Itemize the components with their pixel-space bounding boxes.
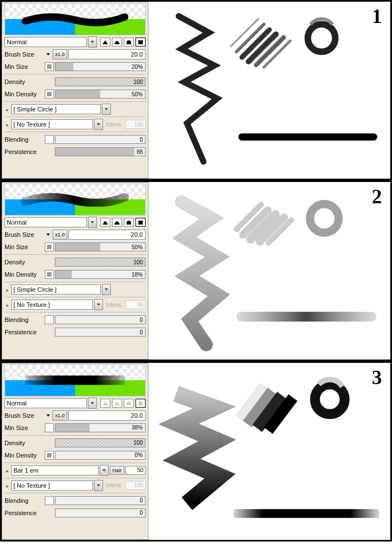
texture-select[interactable]: [ No Texture ] <box>11 119 93 129</box>
min-size-pressure-toggle[interactable] <box>45 62 54 71</box>
intensity-label: Intens. <box>104 302 124 308</box>
texture-expand-icon[interactable] <box>4 301 10 308</box>
tip-shape-soft[interactable] <box>112 218 122 227</box>
brush-tip-dropdown-icon[interactable] <box>102 284 111 295</box>
blending-label: Blending <box>4 316 44 323</box>
svg-marker-3 <box>102 221 108 225</box>
tip-shape-round[interactable] <box>124 399 134 408</box>
tip-shape-group <box>100 399 146 408</box>
texture-expand-icon[interactable] <box>4 482 10 489</box>
persistence-slider[interactable]: 0 <box>55 508 146 517</box>
min-size-slider[interactable]: 38% <box>55 423 146 432</box>
persistence-slider[interactable]: 0 <box>55 328 146 337</box>
tip-shape-flat[interactable] <box>136 38 146 46</box>
blend-mode-select[interactable]: Normal <box>4 217 87 227</box>
size-multiplier-button[interactable]: x1.0 <box>53 230 67 240</box>
triangle-icon[interactable] <box>46 53 50 55</box>
svg-point-5 <box>310 204 339 233</box>
brush-size-value[interactable]: 20.0 <box>68 49 146 59</box>
preset-number: 3 <box>372 366 382 389</box>
blend-mode-dropdown-icon[interactable] <box>88 217 97 228</box>
svg-marker-0 <box>102 40 108 44</box>
persistence-label: Persistence <box>4 148 44 155</box>
tip-shape-soft[interactable] <box>112 38 122 46</box>
texture-select[interactable]: [ No Texture ] <box>11 480 93 491</box>
preset-number: 1 <box>372 4 382 28</box>
min-density-pressure-toggle[interactable] <box>45 270 54 279</box>
tip-shape-flat[interactable] <box>136 218 146 227</box>
triangle-icon[interactable] <box>46 414 50 417</box>
brush-preset-section: Normal Brush Size x1.0 20.0 Min Size 50%… <box>0 180 392 361</box>
brush-tip-dropdown-icon[interactable] <box>100 465 109 476</box>
size-multiplier-button[interactable]: x1.0 <box>53 410 67 421</box>
min-size-slider[interactable]: 20% <box>55 62 146 71</box>
texture-dropdown-icon[interactable] <box>94 299 103 310</box>
blending-slider[interactable]: 0 <box>55 135 146 144</box>
blending-toggle[interactable] <box>45 496 54 505</box>
persistence-label: Persistence <box>4 329 44 335</box>
min-density-slider[interactable]: 0% <box>55 451 146 460</box>
brush-tip-dropdown-icon[interactable] <box>102 104 111 115</box>
min-density-pressure-toggle[interactable] <box>45 451 54 460</box>
tip-shape-sharp[interactable] <box>100 399 110 408</box>
tip-shape-group <box>100 218 146 227</box>
stroke-demo-area: 2 <box>148 182 390 359</box>
texture-dropdown-icon[interactable] <box>94 119 103 130</box>
blending-slider[interactable]: 0 <box>55 315 146 324</box>
tip-shape-round[interactable] <box>124 218 134 227</box>
brush-preset-section: Normal Brush Size x1.0 20.0 Min Size 20%… <box>0 0 392 180</box>
stroke-demo-area: 1 <box>148 2 390 179</box>
brush-tip-select[interactable]: Bar 1 em <box>11 465 99 475</box>
intensity-value: 100 <box>125 120 146 129</box>
min-size-label: Min Size <box>4 244 44 250</box>
tip-shape-group <box>100 38 146 46</box>
blend-mode-dropdown-icon[interactable] <box>88 36 97 48</box>
svg-rect-11 <box>234 509 379 518</box>
brush-settings-panel: Normal Brush Size x1.0 20.0 Min Size 20%… <box>2 2 148 179</box>
brush-size-value[interactable]: 20.0 <box>68 410 146 421</box>
min-density-label: Min Density <box>4 452 44 459</box>
density-slider[interactable]: 100 <box>55 258 146 267</box>
tip-shape-soft[interactable] <box>112 399 122 408</box>
min-density-slider[interactable]: 18% <box>55 270 146 279</box>
blending-toggle[interactable] <box>45 135 54 144</box>
tip-expand-icon[interactable] <box>4 467 10 474</box>
blend-mode-select[interactable]: Normal <box>4 37 87 47</box>
tip-shape-sharp[interactable] <box>100 218 110 227</box>
svg-rect-7 <box>25 375 124 385</box>
blending-slider[interactable]: 0 <box>55 496 146 505</box>
blend-mode-select[interactable]: Normal <box>4 398 87 408</box>
tip-expand-icon[interactable] <box>4 106 10 113</box>
svg-point-2 <box>308 24 335 52</box>
tip-shape-round[interactable] <box>124 38 134 46</box>
size-multiplier-button[interactable]: x1.0 <box>53 49 67 59</box>
texture-expand-icon[interactable] <box>4 121 10 128</box>
brush-settings-panel: Normal Brush Size x1.0 20.0 Min Size 38%… <box>2 363 148 540</box>
min-size-slider[interactable]: 50% <box>55 242 146 251</box>
brush-preview <box>4 365 146 396</box>
intensity-value: 95 <box>125 300 146 309</box>
min-density-pressure-toggle[interactable] <box>45 90 54 99</box>
brush-tip-select[interactable]: [ Simple Circle ] <box>11 284 101 295</box>
tip-expand-icon[interactable] <box>4 286 10 293</box>
min-density-slider[interactable]: 50% <box>55 90 146 99</box>
persistence-slider[interactable]: 88 <box>55 147 146 156</box>
triangle-icon[interactable] <box>46 234 50 236</box>
min-size-pressure-toggle[interactable] <box>45 423 54 432</box>
hair-value[interactable]: 50 <box>125 466 146 475</box>
min-size-pressure-toggle[interactable] <box>45 242 54 251</box>
tip-shape-sharp[interactable] <box>100 38 110 46</box>
density-slider[interactable]: 100 <box>55 438 146 447</box>
blend-mode-dropdown-icon[interactable] <box>88 398 97 409</box>
texture-select[interactable]: [ No Texture ] <box>11 300 93 310</box>
brush-tip-select[interactable]: [ Simple Circle ] <box>11 104 101 114</box>
brush-size-value[interactable]: 20.0 <box>68 230 146 240</box>
brush-size-label: Brush Size <box>4 412 44 419</box>
tip-shape-flat[interactable] <box>136 399 146 408</box>
blending-toggle[interactable] <box>45 315 54 324</box>
density-slider[interactable]: 100 <box>55 77 146 86</box>
brush-size-label: Brush Size <box>4 51 44 58</box>
brush-preview <box>4 184 146 216</box>
texture-dropdown-icon[interactable] <box>94 480 103 491</box>
svg-marker-8 <box>102 402 108 405</box>
